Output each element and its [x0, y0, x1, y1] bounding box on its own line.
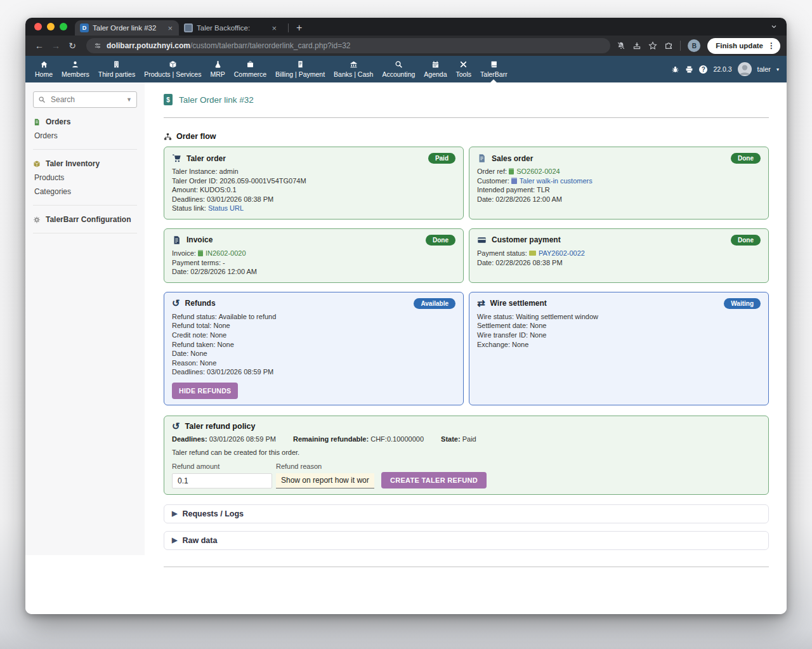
reload-button[interactable]: ↻ — [65, 41, 80, 51]
customer-link[interactable]: Taler walk-in customers — [520, 177, 593, 185]
minimize-window-button[interactable] — [47, 23, 55, 30]
menu-banks-cash[interactable]: Banks | Cash — [329, 56, 377, 82]
new-tab-button[interactable]: + — [294, 23, 304, 33]
username-label[interactable]: taler — [757, 65, 771, 73]
sidebar-title-orders[interactable]: Orders — [33, 115, 137, 129]
menu-mrp[interactable]: MRP — [206, 56, 229, 82]
file-icon — [477, 154, 487, 163]
tab-title: Taler Backoffice: — [197, 24, 266, 32]
card-line: Refund status: Available to refund — [172, 312, 455, 322]
user-menu-chevron-icon[interactable]: ▾ — [776, 67, 779, 72]
maximize-window-button[interactable] — [60, 23, 67, 30]
close-tab-icon[interactable]: × — [270, 24, 278, 32]
cube-icon — [33, 160, 41, 168]
browser-profile-avatar[interactable]: B — [688, 39, 700, 52]
more-menu-icon[interactable]: ⋮ — [768, 41, 776, 50]
sales-order-ref-link[interactable]: SO2602-0024 — [516, 167, 560, 175]
card-line: Deadlines: 03/01/2026 08:38 PM — [172, 195, 455, 204]
chevron-down-icon[interactable] — [770, 22, 778, 33]
tab-strip: D Taler Order link #32 × Taler Backoffic… — [25, 18, 787, 36]
status-badge: Done — [426, 235, 455, 246]
payment-ref-link[interactable]: PAY2602-0022 — [539, 249, 585, 257]
menu-commerce[interactable]: Commerce — [230, 56, 271, 82]
sidebar-search[interactable]: ▼ — [33, 91, 137, 108]
refund-reason-input[interactable] — [276, 473, 374, 488]
taler-order-card: Taler order Paid Taler Instance: admin T… — [164, 147, 464, 220]
site-settings-icon[interactable] — [94, 42, 102, 49]
navbar-right: ? 22.0.3 taler ▾ — [671, 56, 779, 82]
order-flow-heading: Order flow — [164, 132, 769, 141]
window-controls — [25, 23, 75, 36]
tab-divider — [288, 23, 289, 32]
card-line: Credit note: None — [172, 331, 455, 340]
refund-amount-input[interactable] — [172, 473, 272, 488]
help-icon[interactable]: ? — [699, 65, 707, 74]
card-line: Order ref: SO2602-0024 — [477, 167, 761, 176]
card-line: Taler Order ID: 2026.059-0001V54TG074M — [172, 176, 455, 186]
card-title: Sales order — [492, 154, 533, 163]
back-button[interactable]: ← — [32, 41, 47, 51]
card-line: Status link: Status URL — [172, 204, 455, 213]
menu-products-services[interactable]: Products | Services — [140, 56, 206, 82]
card-line: Refund taken: None — [172, 340, 455, 350]
menu-accounting[interactable]: Accounting — [377, 56, 419, 82]
raw-data-section[interactable]: ▶ Raw data — [164, 531, 769, 550]
refund-amount-label: Refund amount — [172, 462, 276, 470]
menu-agenda[interactable]: Agenda — [419, 56, 451, 82]
finish-update-button[interactable]: Finish update⋮ — [707, 38, 780, 54]
sidebar-title-talerbarr-configuration[interactable]: TalerBarr Configuration — [33, 213, 137, 226]
forward-button[interactable]: → — [48, 41, 63, 51]
document-dollar-icon: $ — [164, 94, 173, 105]
building-icon — [112, 60, 121, 69]
user-avatar[interactable] — [738, 62, 752, 76]
bug-report-icon[interactable] — [671, 65, 679, 74]
version-label: 22.0.3 — [713, 65, 731, 73]
card-line: Taler Instance: admin — [172, 167, 455, 176]
sidebar-item-orders[interactable]: Orders — [33, 129, 137, 143]
install-app-icon[interactable] — [632, 41, 641, 50]
money-icon — [529, 251, 536, 256]
status-url-link[interactable]: Status URL — [208, 204, 244, 212]
undo-icon: ↺ — [172, 422, 180, 431]
card-line: Invoice: IN2602-0020 — [172, 249, 455, 258]
bank-icon — [350, 60, 358, 69]
card-title: Wire settlement — [490, 299, 547, 308]
menu-home[interactable]: Home — [30, 56, 57, 82]
card-line: Payment terms: - — [172, 258, 455, 268]
browser-window: D Taler Order link #32 × Taler Backoffic… — [25, 18, 787, 614]
sidebar-title-taler-inventory[interactable]: Taler Inventory — [33, 157, 137, 171]
refunds-card: ↺ Refunds Available Refund status: Avail… — [164, 292, 464, 405]
tab-taler-backoffice[interactable]: Taler Backoffice: × — [179, 20, 283, 36]
create-taler-refund-button[interactable]: CREATE TALER REFUND — [381, 472, 487, 488]
url-bar[interactable]: dolibarr.potuzhnyi.com/custom/talerbarr/… — [86, 38, 610, 53]
policy-title: Taler refund policy — [185, 422, 256, 431]
bookmark-star-icon[interactable] — [648, 41, 657, 50]
tab-taler-order-link[interactable]: D Taler Order link #32 × — [75, 20, 179, 36]
search-caret-icon[interactable]: ▼ — [126, 96, 132, 103]
bill-icon — [296, 60, 304, 69]
notifications-blocked-icon[interactable] — [617, 41, 625, 50]
status-badge: Paid — [428, 153, 455, 164]
menu-members[interactable]: Members — [57, 56, 94, 82]
card-title: Refunds — [185, 299, 216, 308]
menu-talerbarr[interactable]: TalerBarr — [476, 56, 512, 82]
search-input[interactable] — [49, 95, 122, 105]
company-icon — [511, 178, 517, 184]
main-menu: Home Members Third parties Products | Se… — [30, 56, 512, 82]
sidebar-item-categories[interactable]: Categories — [33, 185, 137, 199]
invoice-card: Invoice Done Invoice: IN2602-0020 Paymen… — [164, 228, 464, 283]
close-tab-icon[interactable]: × — [166, 24, 174, 32]
printer-icon[interactable] — [685, 65, 693, 74]
invoice-ref-link[interactable]: IN2602-0020 — [206, 249, 246, 257]
requests-logs-section[interactable]: ▶ Requests / Logs — [164, 504, 769, 523]
sidebar-item-products[interactable]: Products — [33, 171, 137, 185]
divider — [164, 567, 769, 567]
close-window-button[interactable] — [34, 23, 42, 30]
menu-billing-payment[interactable]: Billing | Payment — [271, 56, 329, 82]
extensions-icon[interactable] — [664, 41, 673, 50]
card-line: Date: 02/28/2026 12:00 AM — [477, 195, 761, 204]
hide-refunds-button[interactable]: HIDE REFUNDS — [172, 383, 238, 399]
menu-tools[interactable]: Tools — [452, 56, 476, 82]
menu-third-parties[interactable]: Third parties — [94, 56, 140, 82]
card-line: Wire transfer ID: None — [477, 331, 761, 340]
